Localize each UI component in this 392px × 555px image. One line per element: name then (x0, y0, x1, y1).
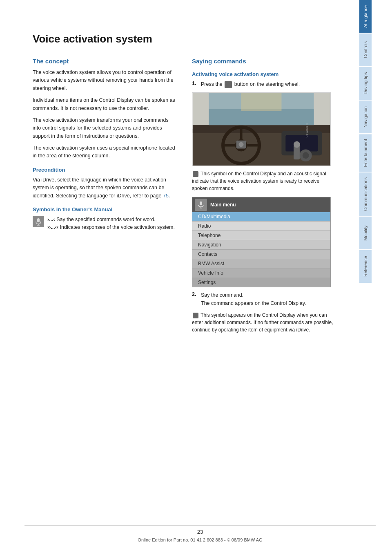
precondition-heading: Precondition (33, 167, 176, 173)
left-column: The concept The voice activation system … (33, 58, 176, 338)
sidebar-tab-entertainment[interactable]: Entertainment (359, 134, 372, 172)
menu-item-vehicle-info: Vehicle Info (192, 269, 330, 278)
concept-para-2: Individual menu items on the Control Dis… (33, 96, 176, 112)
menu-item-contacts: Contacts (192, 250, 330, 259)
sidebar-tab-reference[interactable]: Reference (359, 250, 372, 283)
activating-heading: Activating voice activation system (192, 71, 335, 77)
menu-item-bmw-assist: BMW Assist (192, 259, 330, 269)
svg-rect-17 (285, 135, 318, 152)
svg-rect-23 (200, 201, 202, 205)
steering-wheel-image: © BMW AG (192, 92, 331, 166)
menu-item-navigation: Navigation (192, 240, 330, 250)
page-number: 23 (24, 529, 376, 535)
symbol-1-text: ›...‹ Say the specified commands word fo… (47, 216, 175, 231)
sidebar-tab-driving-tips[interactable]: Driving tips (359, 67, 372, 100)
svg-rect-14 (209, 109, 314, 125)
menu-item-telephone: Telephone (192, 231, 330, 240)
step-1: 1. Press the button on the steering whee… (192, 81, 335, 88)
footer-text: Online Edition for Part no. 01 41 2 602 … (138, 537, 262, 542)
caption-mic-icon (193, 171, 198, 177)
menu-screenshot: Main menu CD/Multimedia Radio Telephone … (192, 197, 331, 287)
page-link[interactable]: 75 (163, 193, 169, 199)
sidebar-tab-navigation[interactable]: Navigation (359, 101, 372, 133)
svg-rect-15 (241, 93, 282, 111)
concept-heading: The concept (33, 58, 176, 65)
right-column: Saying commands Activating voice activat… (192, 58, 335, 338)
precondition-text: Via iDrive, select the language in which… (33, 176, 176, 200)
steering-wheel-button-icon (225, 81, 232, 88)
menu-voice-icon (195, 199, 207, 211)
saying-commands-heading: Saying commands (192, 58, 335, 65)
concept-para-1: The voice activation system allows you t… (33, 69, 176, 92)
step-1-number: 1. (192, 81, 198, 88)
sidebar-tab-controls[interactable]: Controls (359, 34, 372, 66)
svg-point-19 (303, 152, 309, 159)
menu-item-radio: Radio (192, 222, 330, 231)
menu-title: Main menu (210, 202, 236, 208)
sidebar-tab-communications[interactable]: Communications (359, 172, 372, 216)
caption-mic-icon-2 (193, 313, 198, 318)
symbols-heading: Symbols in the Owner's Manual (33, 206, 176, 213)
svg-rect-0 (37, 218, 40, 222)
svg-point-21 (294, 141, 300, 148)
sidebar-tab-mobility[interactable]: Mobility (359, 217, 372, 249)
step-2-number: 2. (192, 291, 198, 307)
svg-text:© BMW AG: © BMW AG (305, 123, 308, 138)
step-1-text: Press the button on the steering wheel. (201, 81, 335, 88)
sidebar: At a glance Controls Driving tips Naviga… (359, 0, 372, 555)
page-footer: 23 Online Edition for Part no. 01 41 2 6… (24, 525, 376, 543)
concept-para-3: The voice activation system transforms y… (33, 116, 176, 140)
step-2: 2. Say the command.The command appears o… (192, 291, 335, 307)
sidebar-tab-at-a-glance[interactable]: At a glance (359, 0, 372, 33)
menu-item-cd: CD/Multimedia (192, 212, 330, 222)
step-2-text: Say the command.The command appears on t… (201, 291, 335, 307)
caption-1: This symbol on the Control Display and a… (192, 170, 335, 192)
svg-point-12 (239, 142, 244, 147)
page-title: Voice activation system (33, 33, 335, 45)
concept-para-4: The voice activation system uses a speci… (33, 144, 176, 160)
symbol-1: ›...‹ Say the specified commands word fo… (33, 216, 176, 231)
voice-mic-icon-1 (33, 216, 44, 227)
caption-2: This symbol appears on the Control Displ… (192, 311, 335, 333)
menu-item-settings: Settings (192, 278, 330, 287)
